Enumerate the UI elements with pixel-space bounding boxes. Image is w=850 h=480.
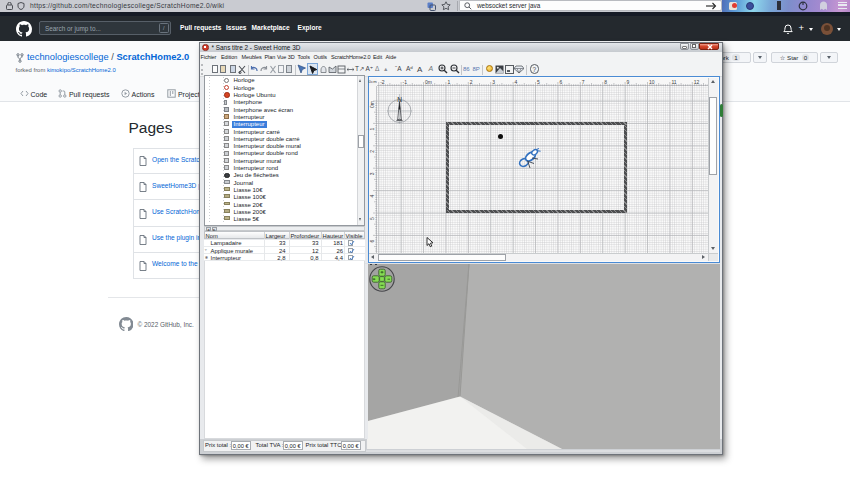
svg-text:-2: -2 xyxy=(380,78,385,84)
svg-text:-1: -1 xyxy=(403,78,408,84)
svg-text:10: 10 xyxy=(649,78,655,84)
svg-text:3: 3 xyxy=(369,172,375,175)
svg-text:0m: 0m xyxy=(369,101,375,108)
svg-text:3: 3 xyxy=(492,78,495,84)
svg-text:8: 8 xyxy=(604,78,607,84)
svg-text:6: 6 xyxy=(369,239,375,242)
svg-text:5: 5 xyxy=(537,78,540,84)
svg-text:0m: 0m xyxy=(425,78,432,84)
svg-text:2: 2 xyxy=(470,78,473,84)
svg-text:9: 9 xyxy=(627,78,630,84)
svg-text:12: 12 xyxy=(694,78,700,84)
svg-text:2: 2 xyxy=(369,149,375,152)
svg-text:4: 4 xyxy=(515,78,518,84)
svg-text:7: 7 xyxy=(582,78,585,84)
svg-text:5: 5 xyxy=(369,217,375,220)
svg-text:1: 1 xyxy=(369,127,375,130)
svg-text:6: 6 xyxy=(559,78,562,84)
svg-text:4: 4 xyxy=(369,194,375,197)
svg-text:11: 11 xyxy=(671,78,676,84)
svg-text:1: 1 xyxy=(447,78,450,84)
